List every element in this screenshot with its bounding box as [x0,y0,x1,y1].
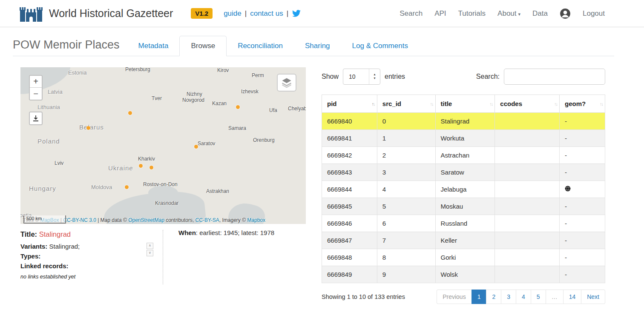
attribution-link[interactable]: CC-BY-NC 3.0 [63,217,96,223]
cell-title: Astrachan [435,147,495,164]
column-header-geom[interactable]: geom?↑↓ [560,95,605,113]
map-label-ufa: Ufa [269,107,277,113]
nav-about[interactable]: About▾ [497,9,520,18]
cell-title: Workuta [435,130,495,147]
column-header-src-id[interactable]: src_id↑↓ [377,95,435,113]
tabs-container: MetadataBrowseReconciliationSharingLog &… [127,36,419,56]
cell-src_id: 4 [377,181,435,198]
page-5[interactable]: 5 [531,290,546,304]
zoom-in-button[interactable]: + [30,76,42,88]
map-column: EstoniaPetersburgKirovPermLatviaTverNizh… [20,67,306,284]
places-table: pid↑↓src_id↑↓title↑↓ccodes↑↓geom?↑↓ 6669… [322,95,605,283]
table-row[interactable]: 66698466Russland- [322,215,605,232]
table-row[interactable]: 66698422Astrachan- [322,147,605,164]
nav-logout[interactable]: Logout [583,9,605,18]
nav-data[interactable]: Data [532,9,548,18]
map-label-petersburg: Petersburg [125,67,150,72]
page-3[interactable]: 3 [501,290,516,304]
attribution-link[interactable]: CC-BY-SA [196,217,219,223]
tab-reconciliation[interactable]: Reconciliation [227,36,294,56]
brand-title: World Historical Gazetteer [49,7,173,20]
cell-src_id: 2 [377,147,435,164]
attribution-link[interactable]: OpenStreetMap [128,217,164,223]
cell-ccodes [495,164,560,181]
tab-browse[interactable]: Browse [179,36,227,56]
page-4[interactable]: 4 [516,290,531,304]
zoom-out-button[interactable]: − [30,88,42,100]
cell-pid: 6669844 [322,181,377,198]
user-avatar-icon[interactable] [560,8,571,19]
cell-src_id: 9 [377,266,435,283]
page-2[interactable]: 2 [486,290,501,304]
map-label-moldova: Moldova [91,184,112,190]
nav-tutorials[interactable]: Tutorials [458,9,486,18]
contact-link[interactable]: contact us [250,9,283,18]
download-icon[interactable] [30,112,42,124]
column-header-pid[interactable]: pid↑↓ [322,95,377,113]
nav-items: SearchAPITutorialsAbout▾Data [400,9,548,18]
detail-variants-value: Stalingrad; [49,243,80,250]
search-area: Search: [476,69,605,85]
link-divider: | [245,9,247,18]
table-row[interactable]: 66698455Moskau- [322,198,605,215]
map-marker[interactable] [128,111,132,115]
search-input[interactable] [504,69,605,85]
nav-search[interactable]: Search [400,9,423,18]
layers-button[interactable] [277,74,296,92]
nav-api[interactable]: API [434,9,446,18]
map-scale: 500 km [23,215,66,224]
cell-src_id: 3 [377,164,435,181]
brand-link[interactable]: World Historical Gazetteer [19,6,173,22]
table-row[interactable]: 66698444Jelabuga [322,181,605,198]
sort-icon: ↑↓ [372,101,375,106]
map-label-lithuania: Lithuania [37,104,60,110]
attribution-text: contributors, [164,217,196,223]
map-marker[interactable] [125,185,129,189]
map-marker[interactable] [236,105,240,109]
cell-ccodes [495,113,560,130]
map-marker[interactable] [194,145,198,149]
table-row[interactable]: 66698400Stalingrad- [322,113,605,130]
table-row[interactable]: 66698433Saratow- [322,164,605,181]
map-marker[interactable] [139,164,143,168]
detail-title-label: Title: [20,230,37,238]
column-header-title[interactable]: title↑↓ [435,95,495,113]
layers-icon [281,77,293,88]
column-header-ccodes[interactable]: ccodes↑↓ [495,95,560,113]
cell-geom: - [560,164,605,181]
cell-title: Wolsk [435,266,495,283]
map-label-estonia: Estonia [68,69,86,76]
page-size-select[interactable]: 10 ▴▾ [343,69,380,85]
cell-src_id: 6 [377,215,435,232]
cell-geom: - [560,113,605,130]
twitter-icon[interactable] [292,10,301,17]
map-marker[interactable] [86,126,90,130]
cell-title: Keller [435,232,495,249]
page-1[interactable]: 1 [472,290,487,304]
cell-geom: - [560,266,605,283]
map-zoom-control: + − [29,75,43,100]
map-label-poland: Poland [37,138,60,145]
attribution-link[interactable]: Mapbox [247,217,265,223]
cell-ccodes [495,266,560,283]
map-label-kharkiv: Kharkiv [138,156,155,162]
cell-ccodes [495,181,560,198]
guide-link[interactable]: guide [224,9,242,18]
tab-metadata[interactable]: Metadata [127,36,180,56]
table-row[interactable]: 66698488Gorki- [322,249,605,266]
table-row[interactable]: 66698499Wolsk- [322,266,605,283]
map-label-chelyabin: Chelyabin [288,106,306,112]
sort-icon: ↑↓ [554,101,557,106]
tab-sharing[interactable]: Sharing [294,36,341,56]
table-row[interactable]: 66698477Keller- [322,232,605,249]
tab-log-comments[interactable]: Log & Comments [341,36,419,56]
map-marker[interactable] [150,166,153,169]
cell-title: Russland [435,215,495,232]
page-next[interactable]: Next [581,290,605,304]
map[interactable]: EstoniaPetersburgKirovPermLatviaTverNizh… [20,67,306,224]
cell-pid: 6669848 [322,249,377,266]
table-row[interactable]: 66698411Workuta- [322,130,605,147]
page-14[interactable]: 14 [563,290,582,304]
scroll-down-button[interactable]: ∨ [147,250,153,256]
scroll-up-button[interactable]: ∧ [147,243,153,249]
